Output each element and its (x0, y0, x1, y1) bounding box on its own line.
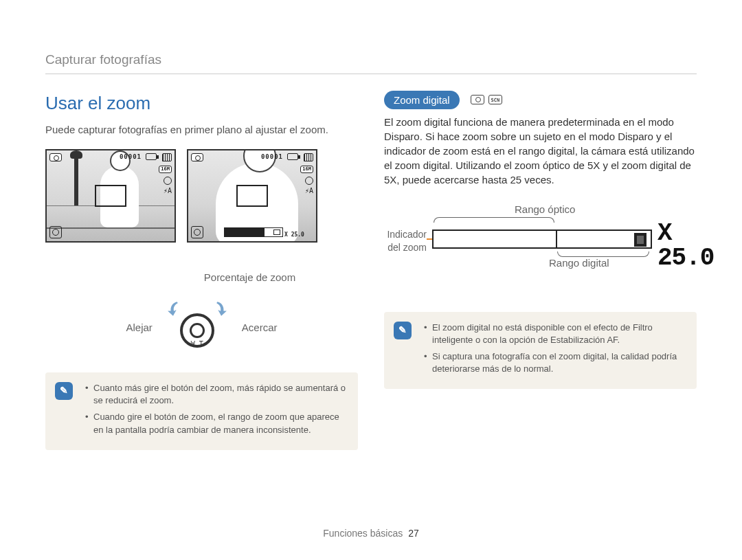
camera-mode-icon (49, 153, 62, 161)
zoom-range-thumb-icon (634, 233, 647, 247)
zoom-factor-value: X 25.0 (657, 221, 714, 271)
zoom-percentage-label: Porcentaje de zoom (142, 270, 358, 284)
arrow-left-icon (164, 298, 186, 320)
note-item: Si captura una fotografía con el zoom di… (424, 350, 686, 375)
note-item: Cuando gire el botón de zoom, el rango d… (85, 411, 347, 436)
note-item: El zoom digital no está disponible con e… (424, 322, 686, 346)
note-icon: ✎ (394, 322, 412, 339)
note-icon: ✎ (55, 382, 73, 400)
camera-mode-icon (191, 153, 203, 161)
timer-icon (164, 177, 172, 185)
zoom-range-bar (432, 229, 652, 249)
arrow-right-icon (209, 298, 231, 320)
zoom-dial-row: Alejar W T Acercar (45, 301, 358, 355)
zoom-dial-illustration: W T (166, 301, 228, 355)
flash-auto-icon: ⚡A (164, 188, 172, 194)
breadcrumb: Capturar fotografías (45, 51, 697, 74)
zoom-out-label: Alejar (126, 320, 152, 335)
section-intro: Puede capturar fotografías en primer pla… (45, 122, 358, 137)
zoom-indicator-label: Indicador del zoom (379, 228, 427, 255)
zoom-digital-pill: Zoom digital (384, 91, 460, 109)
battery-icon (146, 153, 157, 160)
example-screens: 00001 16M ⚡A 00001 (45, 149, 358, 243)
resolution-badge: 16M (300, 166, 313, 173)
resolution-badge: 16M (159, 166, 172, 173)
optical-range-label: Rango óptico (515, 202, 575, 216)
example-screen-zoomed: 00001 16M ⚡A X 25.0 (187, 149, 317, 243)
flash-auto-icon: ⚡A (305, 188, 313, 194)
right-column: Zoom digital SCN El zoom digital funcion… (384, 91, 697, 450)
sdcard-icon (162, 153, 172, 161)
camera-mode-icon (471, 95, 484, 104)
footer-page-number: 27 (408, 528, 419, 539)
scene-mode-icon: SCN (488, 95, 502, 104)
timer-icon (305, 177, 313, 185)
zoom-range-diagram: Rango óptico Indicador del zoom X 25.0 R… (384, 202, 697, 298)
example-screen-wide: 00001 16M ⚡A (45, 149, 176, 243)
page-footer: Funciones básicas 27 (0, 527, 742, 541)
digital-zoom-body: El zoom digital funciona de manera prede… (384, 115, 697, 187)
dial-wt-label: W T (166, 341, 228, 348)
note-item: Cuanto más gire el botón del zoom, más r… (85, 382, 347, 407)
section-title: Usar el zoom (45, 91, 358, 115)
left-column: Usar el zoom Puede capturar fotografías … (45, 91, 358, 450)
stabilizer-icon (191, 226, 203, 238)
sdcard-icon (304, 153, 313, 161)
note-box-right: ✎ El zoom digital no está disponible con… (384, 312, 697, 390)
zoom-in-label: Acercar (242, 320, 278, 335)
digital-range-label: Rango digital (549, 256, 609, 270)
battery-icon (287, 153, 298, 160)
footer-section: Funciones básicas (323, 528, 403, 539)
note-box-left: ✎ Cuanto más gire el botón del zoom, más… (45, 372, 358, 450)
